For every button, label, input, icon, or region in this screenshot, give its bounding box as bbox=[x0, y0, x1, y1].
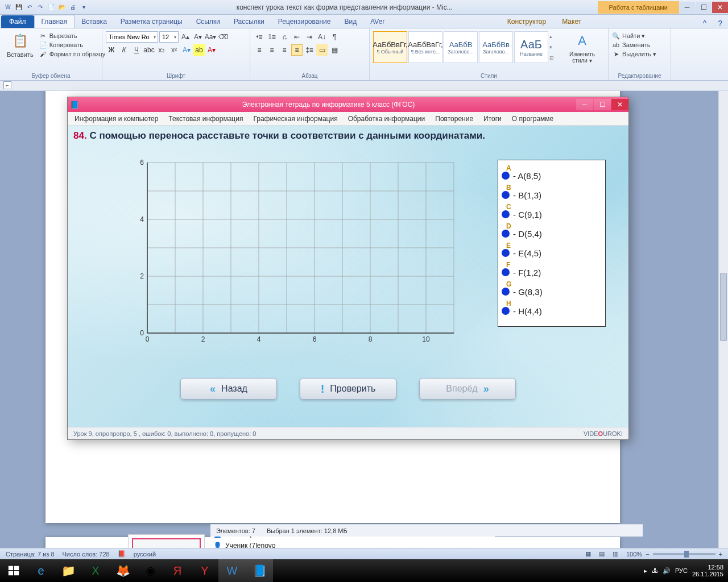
tab-layout[interactable]: Разметка страницы bbox=[114, 15, 189, 28]
underline-button[interactable]: Ч bbox=[131, 44, 142, 56]
tray-clock[interactable]: 12:58 26.11.2015 bbox=[692, 564, 723, 577]
tab-ctx-layout[interactable]: Макет bbox=[554, 15, 589, 28]
app-maximize-button[interactable]: ☐ bbox=[594, 99, 611, 110]
app-menu-item[interactable]: О программе bbox=[512, 115, 553, 123]
ribbon-minimize-icon[interactable]: ^ bbox=[697, 19, 713, 28]
clear-format-icon[interactable]: ⌫ bbox=[217, 31, 229, 43]
view-read-icon[interactable]: ▤ bbox=[599, 550, 605, 558]
styles-up-icon[interactable]: ▴ bbox=[549, 34, 557, 39]
point-dot[interactable]: F bbox=[502, 268, 510, 276]
sort-icon[interactable]: A↓ bbox=[316, 31, 328, 43]
save-icon[interactable]: 💾 bbox=[14, 3, 23, 12]
show-marks-icon[interactable]: ¶ bbox=[329, 31, 340, 43]
grow-font-icon[interactable]: A▴ bbox=[180, 31, 191, 43]
taskbar-yandex1[interactable]: Я bbox=[164, 559, 191, 582]
text-effects-icon[interactable]: A▾ bbox=[181, 44, 192, 56]
spell-icon[interactable]: 📕 bbox=[118, 550, 126, 558]
align-left-icon[interactable]: ≡ bbox=[254, 44, 265, 56]
tab-review[interactable]: Рецензирование bbox=[271, 15, 338, 28]
point-dot[interactable]: D bbox=[502, 230, 510, 238]
app-menu-item[interactable]: Информация и компьютер bbox=[75, 115, 158, 123]
help-icon[interactable]: ? bbox=[712, 19, 728, 28]
align-center-icon[interactable]: ≡ bbox=[266, 44, 278, 56]
taskbar-explorer[interactable]: 📁 bbox=[55, 559, 82, 582]
bullets-icon[interactable]: •≡ bbox=[254, 31, 265, 43]
print-icon[interactable]: 🖨 bbox=[68, 3, 77, 12]
tab-mailings[interactable]: Рассылки bbox=[227, 15, 271, 28]
style-heading2[interactable]: АаБбВвЗаголово... bbox=[479, 31, 513, 63]
point-dot[interactable]: H bbox=[502, 307, 510, 315]
redo-icon[interactable]: ↷ bbox=[36, 3, 45, 12]
minimize-button[interactable]: ─ bbox=[679, 2, 695, 13]
styles-down-icon[interactable]: ▾ bbox=[549, 44, 557, 50]
font-color-icon[interactable]: A▾ bbox=[206, 44, 217, 56]
status-wordcount[interactable]: Число слов: 728 bbox=[63, 551, 110, 558]
font-size-combo[interactable]: 12 bbox=[159, 31, 179, 43]
subscript-button[interactable]: x₂ bbox=[156, 44, 167, 56]
new-icon[interactable]: 📄 bbox=[47, 3, 56, 12]
point-dot[interactable]: C bbox=[502, 210, 510, 218]
shading-icon[interactable]: ▭ bbox=[316, 44, 328, 56]
style-normal[interactable]: АаБбВвГг,¶ Обычный bbox=[373, 31, 407, 63]
indent-dec-icon[interactable]: ⇤ bbox=[291, 31, 303, 43]
change-styles-button[interactable]: A Изменить стили ▾ bbox=[560, 30, 605, 66]
superscript-button[interactable]: x² bbox=[168, 44, 180, 56]
style-title[interactable]: АаБНазвание bbox=[514, 31, 548, 63]
zoom-pct[interactable]: 100% bbox=[626, 551, 642, 558]
tab-view[interactable]: Вид bbox=[337, 15, 363, 28]
taskbar-app[interactable]: 📘 bbox=[246, 559, 273, 582]
scrollbar-thumb[interactable] bbox=[720, 273, 727, 341]
tab-aver[interactable]: AVer bbox=[363, 15, 391, 28]
zoom-out-icon[interactable]: − bbox=[646, 551, 649, 558]
justify-icon[interactable]: ≡ bbox=[291, 44, 303, 56]
taskbar-ie[interactable]: e bbox=[27, 559, 55, 582]
tab-insert[interactable]: Вставка bbox=[75, 15, 114, 28]
change-case-icon[interactable]: Aa▾ bbox=[205, 31, 216, 43]
style-heading1[interactable]: АаБбВЗаголово... bbox=[444, 31, 478, 63]
coordinate-grid[interactable]: 0246810 0246 bbox=[136, 157, 454, 344]
styles-gallery[interactable]: АаБбВвГг,¶ Обычный АаБбВвГг,¶ Без инте..… bbox=[373, 30, 557, 63]
find-button[interactable]: 🔍Найти ▾ bbox=[612, 32, 656, 40]
tray-lang[interactable]: РУС bbox=[675, 567, 688, 574]
app-close-button[interactable]: ✕ bbox=[611, 99, 628, 110]
forward-button[interactable]: Вперёд» bbox=[419, 378, 516, 400]
taskbar-word[interactable]: W bbox=[218, 559, 246, 582]
replace-button[interactable]: abЗаменить bbox=[612, 41, 656, 49]
taskbar-chrome[interactable]: ◉ bbox=[136, 559, 164, 582]
copy-button[interactable]: 📄Копировать bbox=[39, 41, 106, 49]
styles-more-icon[interactable]: ⊟ bbox=[549, 55, 557, 61]
tab-home[interactable]: Главная bbox=[34, 15, 75, 28]
line-spacing-icon[interactable]: ‡≡ bbox=[304, 44, 315, 56]
taskbar-firefox[interactable]: 🦊 bbox=[109, 559, 136, 582]
align-right-icon[interactable]: ≡ bbox=[279, 44, 290, 56]
zoom-in-icon[interactable]: + bbox=[719, 551, 722, 558]
maximize-button[interactable]: ☐ bbox=[696, 2, 712, 13]
tab-references[interactable]: Ссылки bbox=[189, 15, 227, 28]
tray-volume-icon[interactable]: 🔊 bbox=[663, 567, 671, 575]
shrink-font-icon[interactable]: A▾ bbox=[192, 31, 204, 43]
status-language[interactable]: русский bbox=[134, 551, 156, 558]
file-tab[interactable]: Файл bbox=[1, 15, 34, 28]
indent-inc-icon[interactable]: ⇥ bbox=[304, 31, 315, 43]
vertical-scrollbar[interactable] bbox=[718, 91, 728, 571]
cut-button[interactable]: ✂Вырезать bbox=[39, 32, 106, 40]
status-page[interactable]: Страница: 7 из 8 bbox=[6, 551, 55, 558]
tab-ctx-design[interactable]: Конструктор bbox=[499, 15, 554, 28]
app-menu-item[interactable]: Повторение bbox=[435, 115, 473, 123]
tray-flag-icon[interactable]: ▸ bbox=[644, 567, 647, 575]
point-dot[interactable]: B bbox=[502, 191, 510, 199]
zoom-slider[interactable] bbox=[653, 553, 715, 555]
taskbar-yandex2[interactable]: Y bbox=[191, 559, 218, 582]
style-nospacing[interactable]: АаБбВвГг,¶ Без инте... bbox=[408, 31, 442, 63]
back-button[interactable]: «Назад bbox=[180, 378, 277, 400]
font-name-combo[interactable]: Times New Ro bbox=[106, 31, 158, 43]
multilevel-icon[interactable]: ⎌ bbox=[279, 31, 290, 43]
open-icon[interactable]: 📂 bbox=[57, 3, 67, 12]
italic-button[interactable]: К bbox=[118, 44, 130, 56]
tray-network-icon[interactable]: 🖧 bbox=[652, 567, 658, 574]
select-button[interactable]: ➤Выделить ▾ bbox=[612, 50, 656, 58]
view-web-icon[interactable]: ▥ bbox=[613, 550, 618, 558]
app-menu-item[interactable]: Графическая информация bbox=[253, 115, 337, 123]
selection-mode-icon[interactable]: ⌐ bbox=[3, 81, 11, 89]
bold-button[interactable]: Ж bbox=[106, 44, 117, 56]
